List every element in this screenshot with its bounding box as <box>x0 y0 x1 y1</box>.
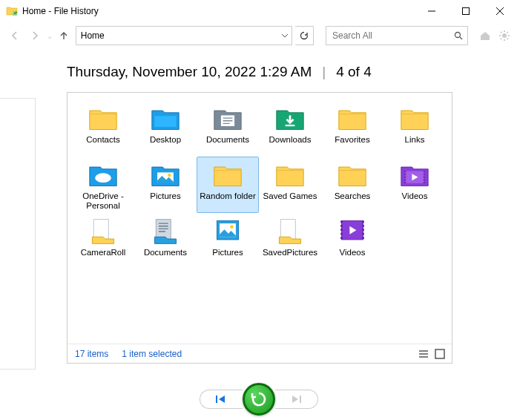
snapshot-position: 4 of 4 <box>336 64 372 80</box>
file-item[interactable]: Desktop <box>134 100 197 157</box>
file-item-label: Pictures <box>212 248 243 257</box>
address-dropdown-icon[interactable] <box>278 27 292 45</box>
file-item[interactable]: Favorites <box>321 100 383 157</box>
lib-saved-icon <box>272 217 308 246</box>
file-item[interactable]: Random folder <box>197 157 259 213</box>
svg-rect-5 <box>216 396 217 403</box>
svg-rect-4 <box>435 350 444 358</box>
file-item[interactable]: Documents <box>197 100 259 157</box>
forward-button[interactable] <box>26 27 43 45</box>
search-input[interactable] <box>326 27 450 45</box>
svg-rect-6 <box>300 396 301 403</box>
file-item[interactable]: Downloads <box>259 100 321 157</box>
file-item-label: CameraRoll <box>81 248 126 257</box>
folder-onedrive-icon <box>85 160 121 190</box>
selection-count: 1 item selected <box>122 349 182 359</box>
file-list-pane: ContactsDesktopDocumentsDownloadsFavorit… <box>67 92 452 364</box>
folder-yellow-icon <box>85 104 121 134</box>
file-item-label: Documents <box>144 248 187 257</box>
up-button[interactable] <box>56 27 73 45</box>
file-item[interactable]: Documents <box>134 213 197 269</box>
snapshot-heading: Thursday, November 10, 2022 1:29 AM | 4 … <box>67 64 517 80</box>
address-bar[interactable] <box>76 26 292 45</box>
file-grid: ContactsDesktopDocumentsDownloadsFavorit… <box>67 93 452 277</box>
address-input[interactable] <box>76 27 278 45</box>
window-title: Home - File History <box>22 6 99 16</box>
close-button[interactable] <box>483 0 517 22</box>
folder-yellow-icon <box>272 160 308 190</box>
folder-docs-icon <box>210 104 246 134</box>
file-item[interactable]: Searches <box>321 157 383 213</box>
file-item-label: Links <box>405 135 425 145</box>
next-version-button[interactable] <box>275 390 318 409</box>
file-item-label: Videos <box>340 248 366 257</box>
file-item[interactable]: Pictures <box>197 213 259 269</box>
maximize-button[interactable] <box>449 0 483 22</box>
file-item[interactable]: SavedPictures <box>259 213 321 269</box>
search-icon[interactable] <box>450 27 467 45</box>
file-item-label: Documents <box>206 135 249 145</box>
details-view-icon[interactable] <box>418 348 429 360</box>
lib-pictures-icon <box>210 217 246 246</box>
home-icon[interactable] <box>478 29 492 42</box>
file-item-label: Contacts <box>86 135 119 145</box>
folder-yellow-icon <box>335 160 370 190</box>
folder-videos-icon <box>397 160 432 190</box>
file-item-label: OneDrive - Personal <box>74 191 132 211</box>
file-item-label: Pictures <box>150 191 181 201</box>
file-item-label: Saved Games <box>263 191 317 201</box>
previous-snapshot-peek[interactable] <box>0 98 36 370</box>
file-item-label: Favorites <box>335 135 369 145</box>
minimize-button[interactable] <box>415 0 449 22</box>
app-icon <box>6 5 18 17</box>
status-bar: 17 items 1 item selected <box>67 344 452 363</box>
folder-downloads-icon <box>272 104 308 134</box>
file-item-label: Videos <box>402 191 428 201</box>
lib-camera-icon <box>85 217 121 246</box>
folder-pictures-icon <box>148 160 183 190</box>
svg-rect-1 <box>463 8 470 15</box>
file-item-label: Random folder <box>200 191 255 201</box>
folder-yellow-icon <box>335 104 370 134</box>
folder-yellow-icon <box>210 160 246 190</box>
svg-point-2 <box>455 33 460 38</box>
file-item-label: Searches <box>335 191 371 201</box>
search-box[interactable] <box>326 26 468 45</box>
restore-button[interactable] <box>243 383 275 416</box>
folder-blue-icon <box>148 104 183 134</box>
lib-videos-icon <box>335 217 370 246</box>
playback-controls <box>0 383 517 416</box>
snapshot-timestamp: Thursday, November 10, 2022 1:29 AM <box>67 64 312 80</box>
file-item[interactable]: Videos <box>321 213 383 269</box>
file-item[interactable]: Saved Games <box>259 157 321 213</box>
gear-icon[interactable] <box>498 29 511 42</box>
file-item[interactable]: CameraRoll <box>72 213 134 269</box>
file-item[interactable]: Videos <box>383 157 446 213</box>
title-bar: Home - File History <box>0 0 517 22</box>
file-item[interactable]: Contacts <box>72 100 134 157</box>
folder-yellow-icon <box>397 104 432 134</box>
lib-docs-icon <box>148 217 183 246</box>
heading-separator: | <box>322 64 326 80</box>
back-button[interactable] <box>6 27 23 45</box>
history-dropdown-icon[interactable]: ⌄ <box>47 32 53 40</box>
previous-version-button[interactable] <box>200 390 243 409</box>
file-item[interactable]: Pictures <box>134 157 197 213</box>
file-item-label: Desktop <box>150 135 181 145</box>
navigation-bar: ⌄ <box>0 22 517 49</box>
file-item[interactable]: OneDrive - Personal <box>72 157 134 213</box>
svg-point-3 <box>502 33 507 38</box>
file-item-label: Downloads <box>269 135 312 145</box>
refresh-button[interactable] <box>295 26 314 45</box>
file-item-label: SavedPictures <box>263 248 317 257</box>
file-item[interactable]: Links <box>383 100 446 157</box>
large-icons-view-icon[interactable] <box>434 348 446 360</box>
item-count: 17 items <box>75 349 108 359</box>
